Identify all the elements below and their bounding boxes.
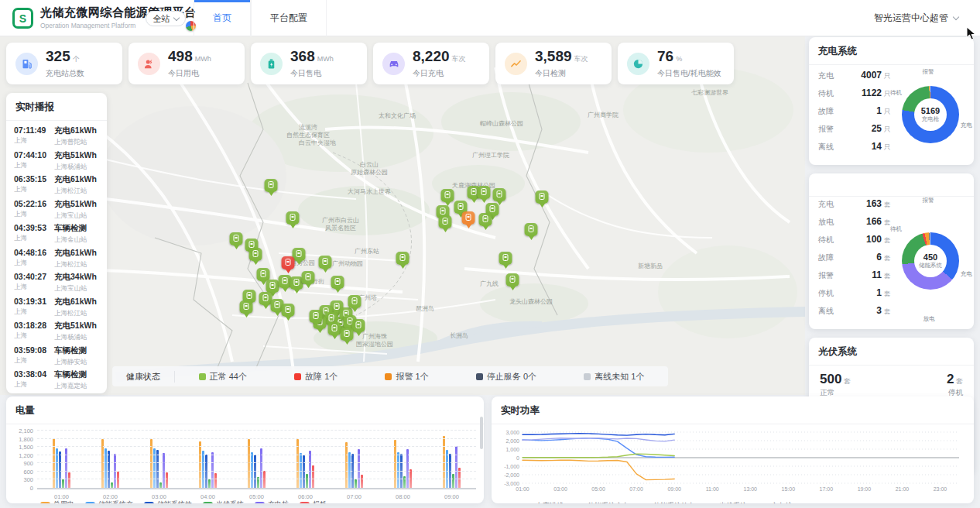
dashboard-page: 流溪湾自然生态保育区太和文化广场帽峰山森林公园七彩澜游世界广州商学院白云中央湿地…	[0, 0, 980, 508]
bar-损耗[interactable]	[68, 472, 70, 488]
city-map[interactable]: 流溪湾自然生态保育区太和文化广场帽峰山森林公园七彩澜游世界广州商学院白云中央湿地…	[0, 36, 805, 395]
system-stat-row: 报警11套	[818, 269, 895, 287]
stat-value: 368MWh	[290, 49, 334, 67]
bar-储能系统放[interactable]	[303, 455, 305, 488]
system-stat-row: 故障1只	[818, 105, 895, 123]
bar-储能系统放[interactable]	[108, 451, 110, 488]
legend-item-专变进线[interactable]: 专变进线	[523, 501, 564, 503]
donut-callout: 待机	[890, 225, 902, 233]
legend-item-储能系统放电[interactable]: 储能系统放电	[640, 501, 695, 503]
station-pin-normal[interactable]	[478, 186, 491, 199]
station-pin-normal[interactable]	[240, 300, 253, 314]
station-pin-normal[interactable]	[493, 188, 506, 201]
station-pin-normal[interactable]	[286, 211, 300, 225]
svg-text:-1,000: -1,000	[504, 464, 519, 469]
station-pin-normal[interactable]	[341, 328, 354, 341]
scrollbar[interactable]	[480, 417, 483, 449]
station-pin-normal[interactable]	[348, 295, 362, 308]
donut-callout: 放电	[923, 315, 935, 323]
pv-stopped-stat: 2 套 停机	[947, 372, 963, 398]
stat-card: 8,220车次今日充电	[373, 43, 489, 84]
svg-text:03:00: 03:00	[553, 486, 567, 492]
station-pin-normal[interactable]	[331, 276, 344, 289]
station-pin-normal[interactable]	[536, 190, 549, 204]
donut-chart: 5169充电枪	[902, 86, 959, 143]
station-pin-alarm[interactable]	[462, 211, 475, 225]
status-dot	[294, 373, 301, 380]
station-pin-normal[interactable]	[441, 189, 454, 202]
system-stat-row: 故障6套	[818, 252, 895, 269]
bar-光伏系统[interactable]	[355, 479, 357, 488]
legend-item-充电桩[interactable]: 充电桩	[758, 501, 792, 503]
station-pin-normal[interactable]	[230, 232, 243, 245]
bar-光伏系统[interactable]	[403, 476, 406, 488]
svg-text:11:00: 11:00	[706, 486, 719, 492]
bar-储能系统放[interactable]	[59, 451, 61, 488]
bar-光伏系统[interactable]	[208, 479, 211, 488]
nav-tabs: 首页平台配置	[194, 0, 327, 36]
energy-chart-panel: 电量 03006009001,2001,5001,8002,10001:0002…	[6, 396, 484, 503]
bar-光伏系统[interactable]	[159, 482, 162, 488]
bar-充电桩[interactable]	[455, 446, 457, 488]
stat-label: 今日用电	[168, 68, 211, 79]
stat-cards: 325个充电站总数498MWh今日用电368MWh今日售电8,220车次今日充电…	[6, 43, 734, 84]
system-stat-row: 充电163套	[818, 198, 895, 216]
bar-总用电[interactable]	[394, 440, 396, 488]
tab-1[interactable]: 平台配置	[251, 0, 327, 36]
broadcast-title: 实时播报	[6, 93, 107, 121]
donut-callout: 报警	[923, 197, 934, 204]
svg-text:-2,000: -2,000	[504, 472, 519, 478]
station-pin-normal[interactable]	[499, 252, 512, 265]
station-pin-normal[interactable]	[328, 322, 341, 335]
stat-label: 今日检测	[535, 68, 588, 79]
svg-text:07:00: 07:00	[629, 486, 643, 492]
donut-callout: 报警	[923, 68, 934, 76]
svg-text:19:00: 19:00	[858, 486, 872, 492]
bar-总用电[interactable]	[345, 442, 348, 488]
legend-item-储能系统充电[interactable]: 储能系统充电	[574, 501, 629, 503]
broadcast-entry: 07:44:10上海充电51kWh上海杨浦站	[14, 147, 99, 172]
station-pin-normal[interactable]	[265, 179, 278, 192]
donut-callout: 充电	[961, 122, 972, 129]
station-pin-normal[interactable]	[479, 213, 492, 226]
svg-text:0: 0	[516, 455, 519, 461]
station-pin-normal[interactable]	[249, 248, 262, 261]
bar-损耗[interactable]	[312, 465, 314, 488]
bar-总用电[interactable]	[199, 441, 201, 488]
station-pin-normal[interactable]	[319, 256, 332, 269]
charging-system-panel: 充电系统 充电4007只待机1122只故障1只报警25只离线14只 5169充电…	[809, 37, 974, 165]
bar-损耗[interactable]	[361, 475, 363, 488]
bar-充电桩[interactable]	[309, 451, 311, 488]
station-pin-normal[interactable]	[282, 304, 295, 317]
legend-item-光伏系统[interactable]: 光伏系统	[706, 501, 747, 503]
bar-损耗[interactable]	[214, 473, 217, 488]
station-pin-normal[interactable]	[439, 215, 452, 228]
svg-text:17:00: 17:00	[820, 486, 834, 492]
station-pin-fault[interactable]	[282, 256, 295, 269]
tab-0[interactable]: 首页	[194, 0, 251, 36]
stat-card: 368MWh今日售电	[251, 43, 367, 84]
bar-光伏系统[interactable]	[452, 474, 454, 488]
bar-储能系统放[interactable]	[156, 450, 159, 488]
system-stat-row: 待机100套	[818, 234, 895, 252]
station-pin-normal[interactable]	[525, 223, 538, 236]
station-pin-normal[interactable]	[352, 319, 365, 332]
bar-储能系统充[interactable]	[446, 450, 448, 488]
user-menu[interactable]: 智光运营中心超管	[874, 0, 958, 36]
bar-损耗[interactable]	[166, 472, 168, 488]
station-pin-normal[interactable]	[310, 310, 323, 323]
bar-光伏系统[interactable]	[111, 482, 113, 488]
stat-value: 498MWh	[168, 49, 211, 67]
bar-光伏系统[interactable]	[306, 474, 308, 488]
storage-system-title	[809, 173, 974, 197]
health-legend-item: 停止服务 0个	[476, 371, 536, 383]
station-pin-normal[interactable]	[396, 252, 409, 265]
system-stat-row: 离线14只	[818, 141, 895, 159]
station-pin-normal[interactable]	[266, 280, 279, 293]
station-pin-normal[interactable]	[506, 273, 519, 287]
bar-储能系统充[interactable]	[202, 451, 204, 488]
system-stat-row: 充电4007只	[818, 70, 895, 88]
station-pin-normal[interactable]	[302, 271, 315, 284]
site-selector-dropdown[interactable]: 全站	[146, 11, 186, 26]
bar-光伏系统[interactable]	[62, 479, 64, 488]
